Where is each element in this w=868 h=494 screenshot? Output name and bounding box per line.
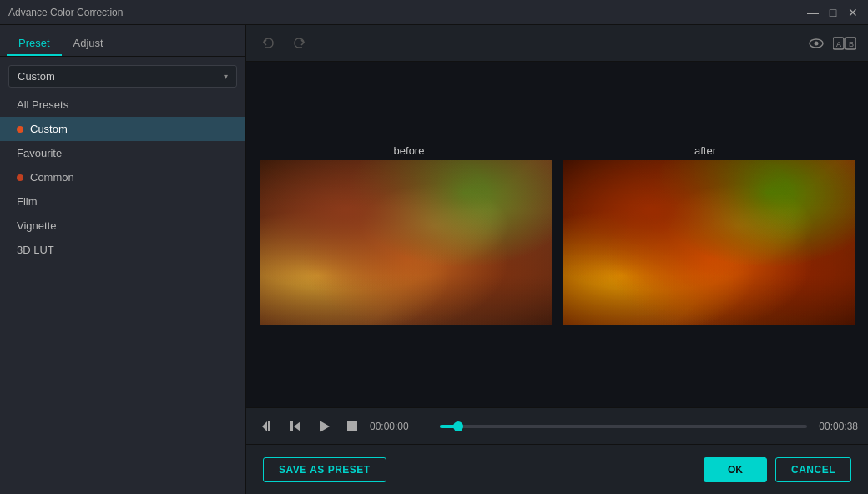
list-item-label: Vignette [17,219,56,232]
svg-marker-6 [262,421,267,431]
list-item-label: 3D LUT [17,244,54,256]
svg-rect-7 [268,421,270,431]
time-current: 00:00:00 [370,421,428,432]
list-item-label: Favourite [17,147,62,159]
time-total: 00:00:38 [819,421,858,432]
svg-marker-10 [320,421,330,432]
list-item-vignette[interactable]: Vignette [0,214,245,238]
play-button[interactable] [313,416,335,437]
list-item-favourite[interactable]: Favourite [0,141,245,165]
preset-dropdown[interactable]: Custom ▾ [8,65,237,88]
tab-adjust[interactable]: Adjust [62,32,115,56]
progress-thumb[interactable] [453,421,463,431]
bottom-bar: SAVE AS PRESET OK CANCEL [246,444,868,494]
prev-frame-button[interactable] [285,416,306,437]
undo-button[interactable] [258,33,278,53]
video-toolbar: A B [246,25,868,62]
list-item-common[interactable]: Common [0,165,245,189]
redo-button[interactable] [290,33,310,53]
list-item-film[interactable]: Film [0,189,245,214]
video-area: before after [246,62,868,407]
right-panel: A B before after [246,25,868,494]
video-frame-before [260,160,552,325]
progress-bar[interactable] [440,425,807,428]
svg-text:B: B [849,40,854,48]
close-button[interactable]: ✕ [846,6,860,19]
stop-button[interactable] [341,416,363,437]
svg-text:A: A [836,40,841,48]
toolbar-right: A B [808,35,856,52]
chevron-down-icon: ▾ [224,72,228,81]
dropdown-wrapper: Custom ▾ [0,57,245,93]
left-panel: Preset Adjust Custom ▾ All Presets Custo… [0,25,246,494]
window-title: Advance Color Correction [8,7,123,18]
list-item-label: Custom [30,123,68,135]
cancel-button[interactable]: CANCEL [775,457,851,482]
list-item-all-presets[interactable]: All Presets [0,93,245,117]
save-as-preset-button[interactable]: SAVE AS PRESET [263,457,386,482]
ok-button[interactable]: OK [704,457,767,482]
color-dot-common [17,174,23,181]
color-dot-custom [17,126,23,133]
minimize-button[interactable]: — [806,6,820,19]
video-labels-row: before after [261,144,854,157]
food-image-after [563,160,855,325]
svg-rect-9 [290,421,293,431]
label-before: before [261,144,558,157]
title-bar: Advance Color Correction — □ ✕ [0,0,868,25]
main-layout: Preset Adjust Custom ▾ All Presets Custo… [0,25,868,494]
dropdown-label: Custom [18,70,55,83]
list-item-custom[interactable]: Custom [0,117,245,141]
controls-bar: 00:00:00 00:00:38 [246,407,868,444]
tab-bar: Preset Adjust [0,25,245,57]
ab-compare-button[interactable]: A B [833,36,856,51]
label-after: after [558,144,854,157]
svg-rect-11 [347,421,357,431]
preview-button[interactable] [808,35,825,52]
tab-preset[interactable]: Preset [7,32,62,56]
video-compare [260,160,855,325]
list-item-label: Common [30,171,74,184]
maximize-button[interactable]: □ [826,6,840,19]
preset-list: All Presets Custom Favourite Common Film… [0,93,245,494]
rewind-button[interactable] [256,416,278,437]
svg-point-1 [815,41,819,45]
svg-marker-8 [294,421,300,431]
food-image-before [260,160,552,325]
list-item-3dlut[interactable]: 3D LUT [0,238,245,262]
window-controls: — □ ✕ [806,6,860,19]
list-item-label: Film [17,195,38,208]
video-frame-after [563,160,855,325]
list-item-label: All Presets [17,98,68,111]
